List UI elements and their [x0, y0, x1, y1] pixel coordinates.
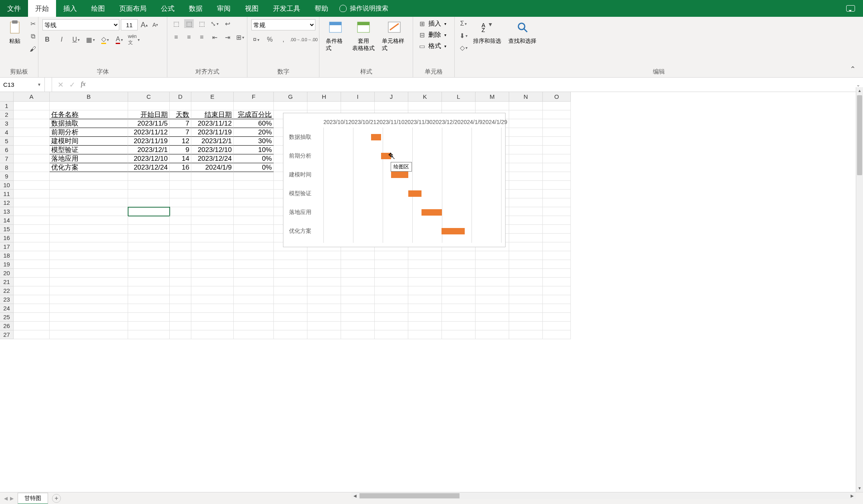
cell[interactable]	[128, 260, 170, 269]
cell[interactable]	[191, 190, 234, 198]
cell[interactable]	[14, 251, 50, 260]
cell[interactable]	[50, 251, 128, 260]
row-header[interactable]: 7	[0, 154, 14, 163]
cell[interactable]	[191, 260, 234, 269]
align-right-icon[interactable]: ≡	[197, 33, 207, 42]
cell[interactable]	[50, 269, 128, 278]
cell[interactable]	[191, 295, 234, 304]
cell[interactable]: 0%	[234, 154, 274, 163]
cell[interactable]	[307, 330, 341, 339]
cell[interactable]	[170, 234, 191, 242]
cell[interactable]	[14, 242, 50, 251]
spreadsheet-grid[interactable]: ABCDEFGHIJKLMNO 123456789101112131415161…	[0, 92, 863, 492]
cell[interactable]	[170, 251, 191, 260]
cell[interactable]	[14, 102, 50, 110]
gantt-bar[interactable]	[371, 134, 381, 140]
font-color-icon[interactable]: A	[114, 35, 124, 44]
cell[interactable]	[191, 242, 234, 251]
cell[interactable]	[307, 295, 341, 304]
increase-indent-icon[interactable]: ⇥	[223, 33, 232, 42]
gantt-bar[interactable]	[391, 172, 408, 178]
cell[interactable]	[14, 234, 50, 242]
cell[interactable]	[509, 110, 543, 119]
cell[interactable]	[128, 225, 170, 234]
comments-icon[interactable]	[846, 5, 855, 12]
align-center-icon[interactable]: ≡	[184, 33, 194, 42]
cell[interactable]	[442, 269, 476, 278]
row-header[interactable]: 15	[0, 225, 14, 234]
cell[interactable]	[543, 251, 571, 260]
menu-tab-draw[interactable]: 绘图	[84, 0, 112, 17]
column-header[interactable]: K	[408, 92, 442, 102]
wrap-text-icon[interactable]: ↩	[223, 19, 232, 28]
decrease-indent-icon[interactable]: ⇤	[210, 33, 219, 42]
cell[interactable]	[14, 286, 50, 295]
cell[interactable]	[50, 198, 128, 207]
cell[interactable]	[234, 207, 274, 216]
column-header[interactable]: F	[234, 92, 274, 102]
sort-filter-button[interactable]: AZ 排序和筛选	[471, 19, 504, 45]
cell[interactable]	[170, 295, 191, 304]
cell[interactable]	[14, 190, 50, 198]
cell[interactable]	[543, 234, 571, 242]
cell[interactable]	[234, 242, 274, 251]
cell[interactable]	[234, 251, 274, 260]
copy-icon[interactable]: ⧉	[28, 32, 38, 41]
name-box[interactable]: C13 ▼	[0, 78, 45, 92]
cell[interactable]	[509, 269, 543, 278]
cell[interactable]: 2023/11/19	[191, 128, 234, 137]
scroll-up-icon[interactable]: ▲	[856, 87, 863, 94]
column-header[interactable]: J	[375, 92, 408, 102]
cell[interactable]	[191, 304, 234, 313]
cell[interactable]	[50, 172, 128, 181]
cell[interactable]	[543, 322, 571, 330]
cell[interactable]	[191, 216, 234, 225]
row-header[interactable]: 14	[0, 216, 14, 225]
cell[interactable]	[170, 322, 191, 330]
row-header[interactable]: 24	[0, 304, 14, 313]
cell[interactable]	[408, 313, 442, 322]
underline-icon[interactable]: U	[71, 35, 81, 44]
cell[interactable]	[128, 295, 170, 304]
cell[interactable]	[476, 251, 509, 260]
menu-tab-formula[interactable]: 公式	[154, 0, 182, 17]
cell[interactable]	[442, 286, 476, 295]
cell[interactable]	[274, 330, 307, 339]
cell[interactable]	[509, 322, 543, 330]
number-format-select[interactable]: 常规	[251, 19, 315, 30]
cell[interactable]	[375, 102, 408, 110]
gantt-bar[interactable]	[408, 190, 421, 197]
cell[interactable]	[543, 216, 571, 225]
cell[interactable]	[509, 163, 543, 172]
cell[interactable]	[234, 181, 274, 190]
cell[interactable]	[543, 163, 571, 172]
cell[interactable]	[476, 260, 509, 269]
cell[interactable]	[234, 313, 274, 322]
cell[interactable]	[128, 330, 170, 339]
cell[interactable]	[14, 260, 50, 269]
cell[interactable]	[128, 181, 170, 190]
cell[interactable]: 建模时间	[50, 137, 128, 146]
conditional-format-button[interactable]: 条件格式	[323, 19, 347, 52]
row-header[interactable]: 18	[0, 251, 14, 260]
row-header[interactable]: 3	[0, 119, 14, 128]
cell[interactable]	[50, 190, 128, 198]
cell[interactable]	[375, 278, 408, 286]
cell[interactable]	[543, 172, 571, 181]
cell[interactable]	[170, 304, 191, 313]
cell[interactable]	[476, 313, 509, 322]
cell[interactable]	[14, 181, 50, 190]
expand-formula-icon[interactable]: ⌄	[853, 82, 863, 88]
cell[interactable]	[14, 137, 50, 146]
percent-icon[interactable]: %	[265, 35, 275, 44]
orientation-icon[interactable]: ⤡	[210, 19, 219, 28]
cell[interactable]	[170, 198, 191, 207]
cell[interactable]	[375, 295, 408, 304]
cell[interactable]	[14, 225, 50, 234]
cell[interactable]	[543, 146, 571, 154]
cell[interactable]	[509, 313, 543, 322]
cell[interactable]: 2023/12/24	[191, 154, 234, 163]
cell[interactable]	[128, 242, 170, 251]
cell[interactable]	[128, 251, 170, 260]
scroll-down-icon[interactable]: ▼	[856, 485, 863, 492]
